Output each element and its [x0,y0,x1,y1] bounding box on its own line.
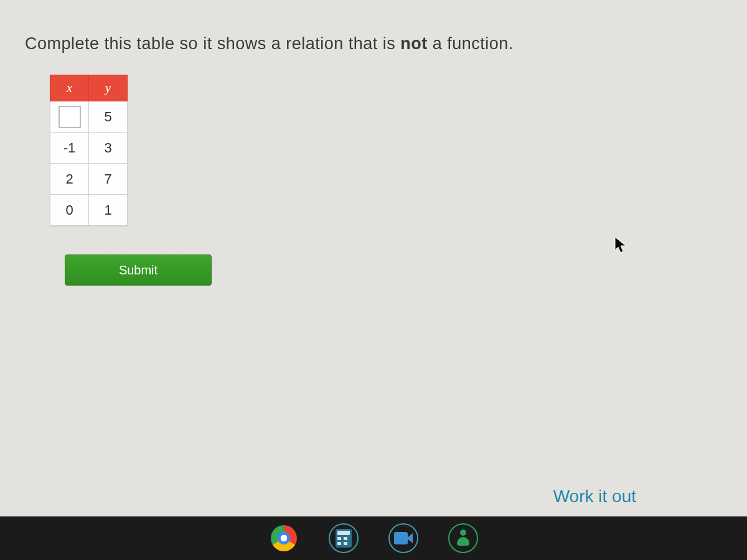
submit-button[interactable]: Submit [65,254,212,286]
cell-y: 5 [89,101,128,133]
cell-x-input [50,101,89,133]
cell-x: -1 [50,133,89,164]
x-input-0[interactable] [59,106,81,128]
shelf-app-chrome[interactable] [269,523,299,553]
work-it-out-link[interactable]: Work it out [553,487,636,506]
question-content: Complete this table so it shows a relati… [0,0,747,286]
chromeos-shelf [0,516,747,560]
cell-y: 3 [89,133,128,164]
col-header-y: y [89,75,128,101]
shelf-app-calculator[interactable] [329,523,359,553]
question-prompt: Complete this table so it shows a relati… [25,34,722,54]
person-icon [455,530,471,547]
mouse-cursor-icon [614,236,627,254]
shelf-app-account[interactable] [448,523,478,553]
prompt-post: a function. [428,34,514,53]
cell-x: 2 [50,164,89,195]
xy-table: x y 5 -1 3 2 7 [50,75,128,226]
shelf-app-video[interactable] [388,523,418,553]
col-header-x: x [50,75,89,101]
cell-y: 7 [89,164,128,195]
calculator-icon [336,529,352,548]
prompt-bold: not [400,34,427,53]
table-row: -1 3 [50,133,128,164]
table-row: 5 [50,101,128,133]
table-row: 0 1 [50,195,128,226]
prompt-pre: Complete this table so it shows a relati… [25,34,400,53]
cell-x: 0 [50,195,89,226]
cell-y: 1 [89,195,128,226]
xy-table-wrap: x y 5 -1 3 2 7 [50,75,171,286]
video-camera-icon [394,532,413,544]
chrome-icon [271,525,297,551]
table-row: 2 7 [50,164,128,195]
